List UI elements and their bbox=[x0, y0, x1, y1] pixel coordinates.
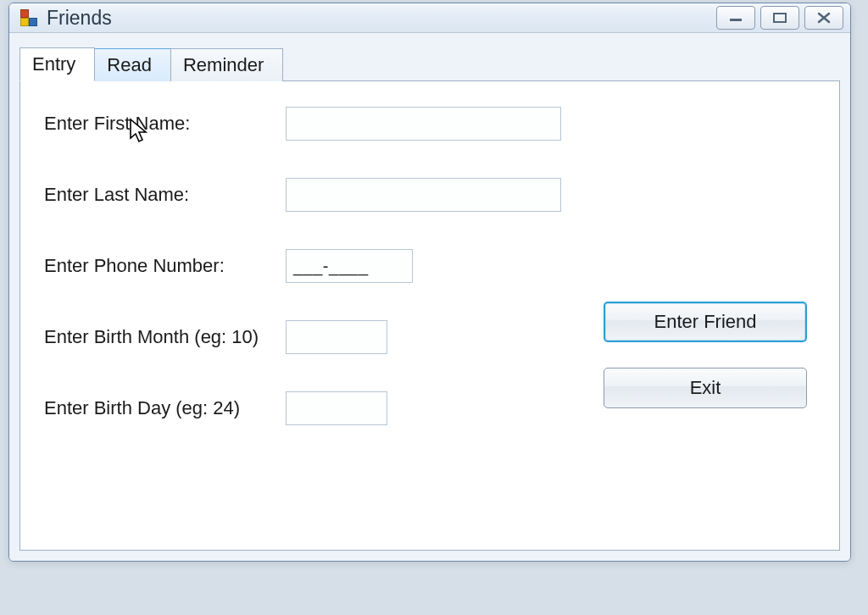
row-last-name: Enter Last Name: bbox=[44, 178, 815, 212]
enter-friend-button[interactable]: Enter Friend bbox=[604, 302, 807, 342]
tab-read[interactable]: Read bbox=[94, 48, 171, 81]
window-title: Friends bbox=[47, 7, 716, 30]
birth-day-input[interactable] bbox=[286, 391, 387, 425]
first-name-input[interactable] bbox=[286, 107, 561, 141]
minimize-icon bbox=[727, 13, 744, 23]
tabstrip: Entry Read Reminder bbox=[19, 47, 840, 80]
app-icon bbox=[19, 8, 38, 27]
maximize-button[interactable] bbox=[760, 6, 799, 30]
minimize-button[interactable] bbox=[716, 6, 755, 30]
app-window: Friends Entry Read Reminder Enter First … bbox=[8, 3, 851, 562]
client-area: Entry Read Reminder Enter First Name: En… bbox=[9, 33, 850, 561]
window-controls bbox=[716, 6, 843, 30]
label-last-name: Enter Last Name: bbox=[44, 184, 286, 206]
close-button[interactable] bbox=[804, 6, 843, 30]
row-phone: Enter Phone Number: ___-____ bbox=[44, 249, 815, 283]
birth-month-input[interactable] bbox=[286, 320, 387, 354]
label-birth-day: Enter Birth Day (eg: 24) bbox=[44, 397, 286, 419]
svg-rect-0 bbox=[730, 19, 742, 21]
svg-rect-1 bbox=[774, 14, 786, 22]
tabpage-entry: Enter First Name: Enter Last Name: Enter… bbox=[19, 80, 840, 551]
tab-reminder[interactable]: Reminder bbox=[170, 48, 283, 81]
maximize-icon bbox=[771, 12, 788, 24]
tab-entry[interactable]: Entry bbox=[19, 47, 95, 81]
row-first-name: Enter First Name: bbox=[44, 107, 815, 141]
label-first-name: Enter First Name: bbox=[44, 113, 286, 135]
exit-button[interactable]: Exit bbox=[604, 368, 807, 408]
label-phone: Enter Phone Number: bbox=[44, 255, 286, 277]
last-name-input[interactable] bbox=[286, 178, 561, 212]
phone-input[interactable]: ___-____ bbox=[286, 249, 413, 283]
titlebar: Friends bbox=[9, 3, 850, 33]
close-icon bbox=[815, 12, 832, 24]
label-birth-month: Enter Birth Month (eg: 10) bbox=[44, 326, 286, 348]
side-buttons: Enter Friend Exit bbox=[604, 302, 807, 408]
